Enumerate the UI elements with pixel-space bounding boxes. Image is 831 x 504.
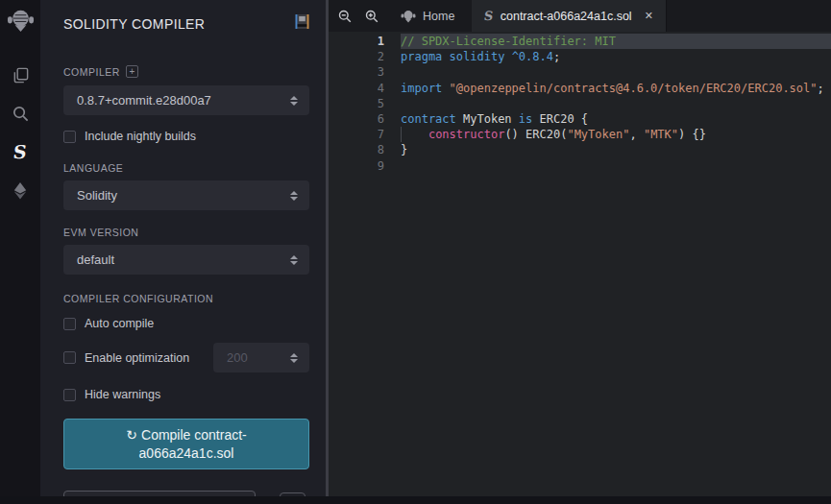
close-tab-icon[interactable]: ✕ bbox=[645, 10, 653, 22]
compiler-configuration-label: COMPILER CONFIGURATION bbox=[63, 293, 309, 304]
add-custom-compiler-icon[interactable]: + bbox=[126, 65, 138, 78]
evm-version-select[interactable]: default bbox=[63, 245, 309, 275]
select-caret-icon bbox=[290, 191, 298, 201]
evm-version-label: EVM VERSION bbox=[63, 227, 309, 238]
line-number: 1 bbox=[329, 34, 401, 49]
optimization-runs-select[interactable]: 200 bbox=[213, 343, 309, 372]
zoom-out-icon[interactable] bbox=[338, 10, 352, 23]
file-explorer-icon[interactable] bbox=[0, 56, 40, 94]
panel-title: SOLIDITY COMPILER bbox=[63, 16, 205, 32]
include-nightly-checkbox[interactable] bbox=[63, 131, 76, 143]
code-line[interactable] bbox=[401, 96, 831, 111]
compiler-version-select[interactable]: 0.8.7+commit.e28d00a7 bbox=[63, 85, 309, 115]
code-line[interactable] bbox=[401, 158, 831, 174]
compile-button[interactable]: ↻Compile contract-a066a24a1c.sol bbox=[63, 419, 309, 469]
code-line[interactable]: } bbox=[401, 142, 831, 157]
compiler-label: COMPILER bbox=[63, 66, 120, 78]
line-number: 7 bbox=[329, 127, 401, 142]
editor-area: Home S contract-a066a24a1c.sol ✕ 1234567… bbox=[329, 0, 831, 496]
language-select[interactable]: Solidity bbox=[63, 180, 309, 210]
code-editor[interactable]: 123456789 // SPDX-License-Identifier: MI… bbox=[329, 32, 831, 174]
code-line[interactable]: pragma solidity ^0.8.4; bbox=[401, 49, 831, 64]
code-line[interactable]: // SPDX-License-Identifier: MIT bbox=[401, 34, 831, 49]
tab-home[interactable]: Home bbox=[388, 0, 467, 32]
line-number: 2 bbox=[329, 49, 401, 64]
code-line[interactable] bbox=[401, 64, 831, 80]
gutter: 123456789 bbox=[329, 34, 401, 174]
icon-panel: S bbox=[0, 0, 40, 496]
hide-warnings-checkbox-row[interactable]: Hide warnings bbox=[63, 388, 309, 401]
line-number: 9 bbox=[329, 158, 401, 174]
select-caret-icon bbox=[290, 353, 298, 363]
language-label: LANGUAGE bbox=[63, 162, 309, 174]
code-line[interactable]: import "@openzeppelin/contracts@4.6.0/to… bbox=[401, 81, 831, 96]
line-number: 4 bbox=[329, 81, 401, 96]
select-caret-icon bbox=[290, 96, 298, 106]
code-line[interactable]: constructor() ERC20("MyToken", "MTK") {} bbox=[401, 127, 831, 142]
hide-warnings-checkbox[interactable] bbox=[63, 389, 76, 401]
line-number: 8 bbox=[329, 142, 401, 157]
tab-home-label: Home bbox=[423, 10, 454, 23]
enable-optimization-checkbox-row[interactable]: Enable optimization bbox=[63, 351, 189, 365]
terminal-edge[interactable] bbox=[0, 496, 831, 504]
tab-bar: Home S contract-a066a24a1c.sol ✕ bbox=[329, 0, 831, 32]
tab-file-label: contract-a066a24a1c.sol bbox=[501, 10, 632, 23]
tab-contract-file[interactable]: S contract-a066a24a1c.sol ✕ bbox=[472, 0, 667, 32]
auto-compile-checkbox[interactable] bbox=[63, 318, 76, 330]
remix-home-icon bbox=[401, 9, 416, 24]
line-number: 3 bbox=[329, 64, 401, 80]
zoom-in-icon[interactable] bbox=[365, 10, 379, 23]
solidity-file-icon: S bbox=[483, 9, 494, 23]
remix-logo-icon[interactable] bbox=[0, 7, 40, 35]
remix-ide-window: S SOLIDITY COMPILER CO bbox=[0, 0, 831, 504]
include-nightly-checkbox-row[interactable]: Include nightly builds bbox=[63, 130, 309, 143]
code-lines: // SPDX-License-Identifier: MITpragma so… bbox=[401, 34, 831, 174]
solidity-compiler-icon[interactable]: S bbox=[0, 132, 40, 171]
auto-compile-checkbox-row[interactable]: Auto compile bbox=[63, 317, 309, 330]
deploy-and-run-icon[interactable] bbox=[0, 171, 40, 209]
code-line[interactable]: contract MyToken is ERC20 { bbox=[401, 111, 831, 127]
line-number: 5 bbox=[329, 96, 401, 111]
select-caret-icon bbox=[290, 255, 298, 265]
line-number: 6 bbox=[329, 111, 401, 127]
refresh-icon: ↻ bbox=[126, 427, 137, 443]
enable-optimization-checkbox[interactable] bbox=[63, 351, 76, 364]
search-icon[interactable] bbox=[0, 94, 40, 132]
documentation-book-icon[interactable] bbox=[295, 13, 309, 34]
solidity-compiler-panel: SOLIDITY COMPILER COMPILER + 0.8.7+commi… bbox=[40, 0, 329, 496]
